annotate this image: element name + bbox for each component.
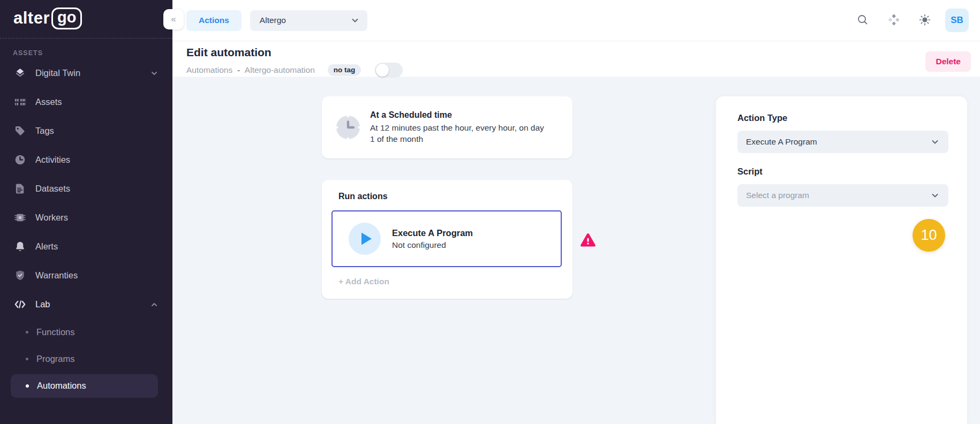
sidebar-item-datasets[interactable]: Datasets [0,175,172,203]
action-type-dropdown[interactable]: Execute A Program [737,131,948,153]
bullet-icon [26,384,29,388]
sidebar-item-label: Alerts [35,241,58,252]
search-icon [857,14,869,27]
script-dropdown[interactable]: Select a program [737,184,948,207]
sidebar-item-lab[interactable]: Lab [0,290,172,319]
script-placeholder: Select a program [746,191,809,200]
sidebar-divider [0,38,172,39]
logo-go-badge: go [51,7,82,29]
sidebar-item-warranties[interactable]: Warranties [0,261,172,290]
sidebar-item-alerts[interactable]: Alerts [0,232,172,261]
apps-diamonds-icon [887,13,900,28]
actions-tab-button[interactable]: Actions [186,10,242,31]
assets-grid-icon [13,96,27,108]
delete-button[interactable]: Delete [925,51,971,72]
app-root: alter go ASSETS Digital Twin Assets [0,0,980,424]
scheduled-clock-icon [336,116,360,139]
automation-canvas: At a Scheduled time At 12 minutes past t… [172,77,980,424]
code-brackets-icon [13,298,27,311]
toggle-knob [376,64,389,77]
logo-text: alter [13,9,50,28]
sidebar-item-label: Warranties [35,270,78,281]
run-actions-title: Run actions [338,192,388,201]
breadcrumb: Automations - Altergo-automation no tag [186,63,980,78]
chevron-down-icon [350,16,360,25]
chevron-down-icon [150,69,159,78]
scope-dropdown[interactable]: Altergo [250,10,367,31]
clock-icon [13,154,27,166]
light-theme-sun-icon [919,14,931,27]
chevron-down-icon [930,191,940,200]
sidebar-item-activities[interactable]: Activities [0,146,172,175]
bullet-icon [26,331,28,334]
trigger-title: At a Scheduled time [370,110,547,120]
topbar: Actions Altergo SB [172,0,980,41]
breadcrumb-parent[interactable]: Automations [186,65,232,75]
sidebar-item-label: Assets [35,97,62,107]
automation-enabled-toggle[interactable] [375,63,403,78]
sidebar-nav: Digital Twin Assets Tags [0,59,172,398]
chevron-up-icon [150,300,159,309]
breadcrumb-separator: - [237,66,240,74]
altergo-logo[interactable]: alter go [0,0,172,38]
sidebar-item-label: Datasets [35,184,70,194]
action-type-label: Action Type [737,113,948,123]
action-type-value: Execute A Program [746,137,817,147]
breadcrumb-current: Altergo-automation [245,65,315,75]
tag-icon [13,125,27,137]
double-chevron-left-icon: « [171,14,176,25]
search-button[interactable] [853,11,872,30]
sidebar-item-functions[interactable]: Functions [0,319,172,346]
sidebar-item-tags[interactable]: Tags [0,117,172,146]
feedback-count-badge[interactable]: 10 [913,219,945,252]
scope-dropdown-value: Altergo [260,16,286,25]
sidebar-item-digital-twin[interactable]: Digital Twin [0,59,172,88]
digital-twin-layers-icon [13,67,27,79]
sidebar-item-workers[interactable]: Workers [0,203,172,232]
play-icon [349,223,381,255]
user-avatar[interactable]: SB [945,9,969,32]
page-title: Edit automation [186,46,980,59]
sidebar-item-assets[interactable]: Assets [0,88,172,117]
action-item-execute-program[interactable]: Execute A Program Not configured [331,210,562,267]
run-actions-card: Run actions Execute A Program Not config… [322,180,572,299]
sidebar-item-label: Digital Twin [35,68,80,78]
tag-badge[interactable]: no tag [328,64,361,76]
sidebar-item-programs[interactable]: Programs [0,346,172,373]
sidebar-item-label: Activities [35,155,70,165]
script-label: Script [737,166,948,177]
add-action-button[interactable]: + Add Action [338,277,389,286]
sidebar-item-automations[interactable]: Automations [11,374,158,398]
warning-triangle-icon [581,233,595,249]
sidebar-item-label: Programs [36,354,75,364]
action-status: Not configured [392,240,473,250]
sidebar-section-assets: ASSETS [13,49,172,57]
sidebar-item-label: Functions [36,327,75,337]
shield-check-icon [13,269,27,282]
apps-menu-button[interactable] [884,11,903,30]
trigger-card[interactable]: At a Scheduled time At 12 minutes past t… [322,96,572,158]
chip-icon [13,211,27,224]
page-header: Edit automation Automations - Altergo-au… [172,41,980,77]
sidebar-item-label: Tags [35,126,54,136]
trigger-description: At 12 minutes past the hour, every hour,… [370,122,547,145]
sidebar-collapse-button[interactable]: « [163,9,184,29]
sidebar-item-label: Lab [35,299,50,309]
document-icon [13,183,27,195]
bell-icon [13,240,27,253]
sidebar-item-label: Automations [37,381,86,391]
action-config-panel: Action Type Execute A Program Script Sel… [716,96,967,424]
bullet-icon [26,358,28,360]
sidebar: alter go ASSETS Digital Twin Assets [0,0,172,424]
theme-toggle-button[interactable] [915,11,934,30]
trigger-text: At a Scheduled time At 12 minutes past t… [370,110,547,145]
action-name: Execute A Program [392,228,473,238]
action-text: Execute A Program Not configured [392,228,473,250]
chevron-down-icon [930,137,940,147]
sidebar-item-label: Workers [35,213,68,223]
